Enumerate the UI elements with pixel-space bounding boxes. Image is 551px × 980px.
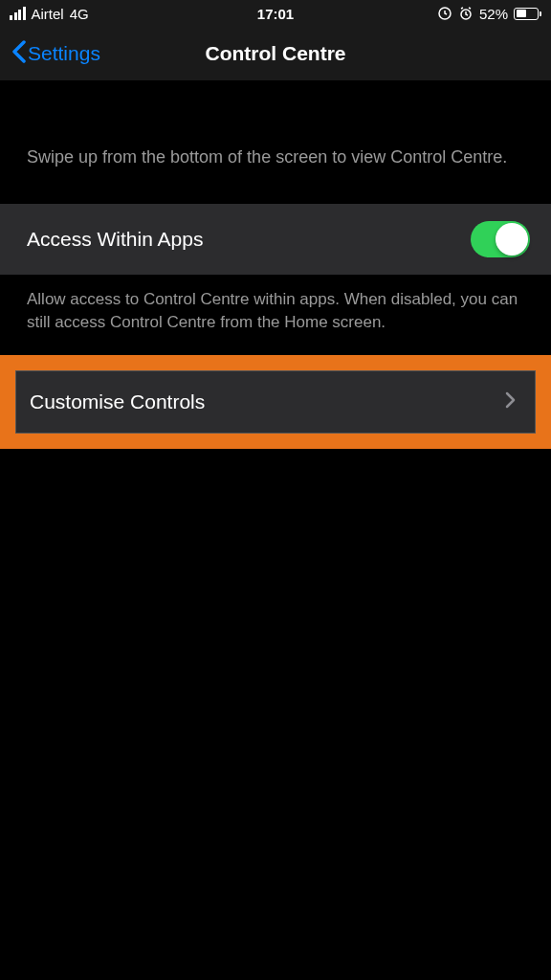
chevron-left-icon xyxy=(11,40,26,68)
status-right: 52% xyxy=(437,6,541,22)
rotation-lock-icon xyxy=(437,6,452,21)
status-bar: Airtel 4G 17:01 52% xyxy=(0,0,551,27)
access-within-apps-label: Access Within Apps xyxy=(27,228,203,251)
page-title: Control Centre xyxy=(206,42,346,65)
alarm-icon xyxy=(458,6,474,21)
chevron-right-icon xyxy=(505,391,516,412)
highlight-annotation: Customise Controls xyxy=(0,355,551,449)
status-time: 17:01 xyxy=(257,6,294,22)
status-left: Airtel 4G xyxy=(10,6,89,22)
access-within-apps-row: Access Within Apps xyxy=(0,204,551,275)
carrier-label: Airtel xyxy=(32,6,64,22)
access-within-apps-footer: Allow access to Control Centre within ap… xyxy=(0,275,551,355)
customise-controls-label: Customise Controls xyxy=(30,390,205,413)
back-button[interactable]: Settings xyxy=(11,40,100,68)
navigation-bar: Settings Control Centre xyxy=(0,27,551,80)
intro-description: Swipe up from the bottom of the screen t… xyxy=(27,145,524,169)
back-label: Settings xyxy=(28,42,100,65)
customise-controls-row[interactable]: Customise Controls xyxy=(15,370,536,434)
toggle-knob xyxy=(496,223,528,256)
network-label: 4G xyxy=(70,6,89,22)
battery-percentage: 52% xyxy=(479,6,508,22)
signal-strength-icon xyxy=(10,7,26,20)
intro-section: Swipe up from the bottom of the screen t… xyxy=(0,80,551,204)
battery-icon xyxy=(514,8,541,20)
access-within-apps-toggle[interactable] xyxy=(471,221,530,257)
